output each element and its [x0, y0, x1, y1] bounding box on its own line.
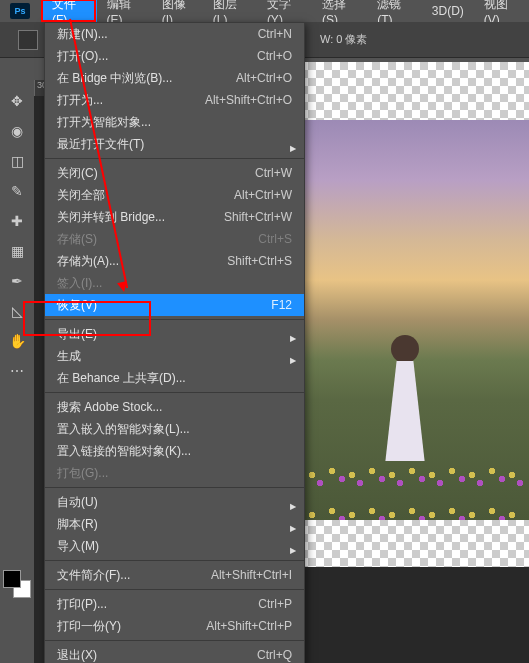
menu-item-label: 打印(P)... — [57, 596, 258, 613]
menu-item-label: 存储(S) — [57, 231, 258, 248]
menu-item-shortcut: F12 — [271, 298, 292, 312]
menu-item-label: 关闭并转到 Bridge... — [57, 209, 224, 226]
menu-item-shortcut: Shift+Ctrl+S — [227, 254, 292, 268]
width-label: W: 0 像素 — [320, 32, 368, 47]
menu-item-label: 打开(O)... — [57, 48, 257, 65]
tools-panel: ✥ ◉ ◫ ✎ ✚ ▦ ✒ ◺ ✋ ⋯ — [0, 80, 34, 663]
file-menu-item-4[interactable]: 打开为智能对象... — [45, 111, 304, 133]
file-menu-item-9[interactable]: 关闭并转到 Bridge...Shift+Ctrl+W — [45, 206, 304, 228]
menu-item-label: 搜索 Adobe Stock... — [57, 399, 292, 416]
menu-item-label: 导入(M) — [57, 538, 292, 555]
menu-item-label: 自动(U) — [57, 494, 292, 511]
menu-item-label: 脚本(R) — [57, 516, 292, 533]
menu-item-shortcut: Ctrl+N — [258, 27, 292, 41]
menu-separator — [45, 158, 304, 159]
healing-tool-icon[interactable]: ✚ — [6, 210, 28, 232]
menu-item-shortcut: Shift+Ctrl+W — [224, 210, 292, 224]
file-menu-item-16[interactable]: 生成 — [45, 345, 304, 367]
ellipsis-icon[interactable]: ⋯ — [6, 360, 28, 382]
menu-item-label: 关闭(C) — [57, 165, 255, 182]
file-menu-item-30[interactable]: 打印(P)...Ctrl+P — [45, 593, 304, 615]
file-menu-item-0[interactable]: 新建(N)...Ctrl+N — [45, 23, 304, 45]
menu-item-7[interactable]: 3D(D) — [422, 1, 474, 21]
menu-separator — [45, 560, 304, 561]
app-logo: Ps — [10, 3, 30, 19]
file-menu-item-26[interactable]: 导入(M) — [45, 535, 304, 557]
file-menu-item-19[interactable]: 搜索 Adobe Stock... — [45, 396, 304, 418]
file-menu-item-21[interactable]: 置入链接的智能对象(K)... — [45, 440, 304, 462]
file-menu-item-13[interactable]: 恢复(V)F12 — [45, 294, 304, 316]
menu-item-shortcut: Alt+Ctrl+W — [234, 188, 292, 202]
menu-item-label: 签入(I)... — [57, 275, 292, 292]
menu-item-label: 存储为(A)... — [57, 253, 227, 270]
image-flowers — [268, 455, 529, 520]
file-menu-item-2[interactable]: 在 Bridge 中浏览(B)...Alt+Ctrl+O — [45, 67, 304, 89]
file-menu-item-24[interactable]: 自动(U) — [45, 491, 304, 513]
menu-separator — [45, 392, 304, 393]
menu-item-shortcut: Alt+Shift+Ctrl+O — [205, 93, 292, 107]
menu-item-label: 打开为... — [57, 92, 205, 109]
file-menu-item-5[interactable]: 最近打开文件(T) — [45, 133, 304, 155]
brush-tool-icon[interactable]: ✎ — [6, 180, 28, 202]
menu-separator — [45, 589, 304, 590]
file-menu-dropdown: 新建(N)...Ctrl+N打开(O)...Ctrl+O在 Bridge 中浏览… — [44, 22, 305, 663]
foreground-color-swatch[interactable] — [3, 570, 21, 588]
menu-item-label: 生成 — [57, 348, 292, 365]
menu-item-label: 置入嵌入的智能对象(L)... — [57, 421, 292, 438]
file-menu-item-1[interactable]: 打开(O)...Ctrl+O — [45, 45, 304, 67]
file-menu-item-11[interactable]: 存储为(A)...Shift+Ctrl+S — [45, 250, 304, 272]
file-menu-item-3[interactable]: 打开为...Alt+Shift+Ctrl+O — [45, 89, 304, 111]
file-menu-item-15[interactable]: 导出(E) — [45, 323, 304, 345]
menu-item-shortcut: Ctrl+S — [258, 232, 292, 246]
file-menu-item-20[interactable]: 置入嵌入的智能对象(L)... — [45, 418, 304, 440]
menu-item-label: 文件简介(F)... — [57, 567, 211, 584]
menu-item-label: 在 Bridge 中浏览(B)... — [57, 70, 236, 87]
menu-item-label: 退出(X) — [57, 647, 257, 664]
menu-item-shortcut: Ctrl+O — [257, 49, 292, 63]
menu-separator — [45, 640, 304, 641]
path-tool-icon[interactable]: ◺ — [6, 300, 28, 322]
menu-item-label: 关闭全部 — [57, 187, 234, 204]
menu-item-shortcut: Ctrl+P — [258, 597, 292, 611]
color-swatches[interactable] — [3, 570, 31, 598]
menu-item-label: 恢复(V) — [57, 297, 271, 314]
menu-separator — [45, 487, 304, 488]
file-menu-item-10: 存储(S)Ctrl+S — [45, 228, 304, 250]
menu-item-shortcut: Ctrl+W — [255, 166, 292, 180]
menu-item-shortcut: Ctrl+Q — [257, 648, 292, 662]
file-menu-item-7[interactable]: 关闭(C)Ctrl+W — [45, 162, 304, 184]
menu-separator — [45, 319, 304, 320]
file-menu-item-8[interactable]: 关闭全部Alt+Ctrl+W — [45, 184, 304, 206]
menu-bar: 文件(F)编辑(E)图像(I)图层(L)文字(Y)选择(S)滤镜(T)3D(D)… — [0, 0, 529, 22]
file-menu-item-28[interactable]: 文件简介(F)...Alt+Shift+Ctrl+I — [45, 564, 304, 586]
menu-item-label: 打印一份(Y) — [57, 618, 206, 635]
menu-item-label: 导出(E) — [57, 326, 292, 343]
menu-item-label: 新建(N)... — [57, 26, 258, 43]
menu-item-shortcut: Alt+Shift+Ctrl+P — [206, 619, 292, 633]
menu-item-label: 置入链接的智能对象(K)... — [57, 443, 292, 460]
tool-preset[interactable] — [18, 30, 38, 50]
menu-item-label: 最近打开文件(T) — [57, 136, 292, 153]
menu-item-label: 打包(G)... — [57, 465, 292, 482]
file-menu-item-22: 打包(G)... — [45, 462, 304, 484]
move-tool-icon[interactable]: ✥ — [6, 90, 28, 112]
pen-tool-icon[interactable]: ✒ — [6, 270, 28, 292]
lasso-tool-icon[interactable]: ◉ — [6, 120, 28, 142]
menu-item-label: 打开为智能对象... — [57, 114, 292, 131]
menu-item-shortcut: Alt+Ctrl+O — [236, 71, 292, 85]
file-menu-item-25[interactable]: 脚本(R) — [45, 513, 304, 535]
gradient-tool-icon[interactable]: ▦ — [6, 240, 28, 262]
menu-item-shortcut: Alt+Shift+Ctrl+I — [211, 568, 292, 582]
file-menu-item-31[interactable]: 打印一份(Y)Alt+Shift+Ctrl+P — [45, 615, 304, 637]
crop-tool-icon[interactable]: ◫ — [6, 150, 28, 172]
menu-item-label: 在 Behance 上共享(D)... — [57, 370, 292, 387]
file-menu-item-12: 签入(I)... — [45, 272, 304, 294]
file-menu-item-33[interactable]: 退出(X)Ctrl+Q — [45, 644, 304, 663]
hand-tool-icon[interactable]: ✋ — [6, 330, 28, 352]
file-menu-item-17[interactable]: 在 Behance 上共享(D)... — [45, 367, 304, 389]
